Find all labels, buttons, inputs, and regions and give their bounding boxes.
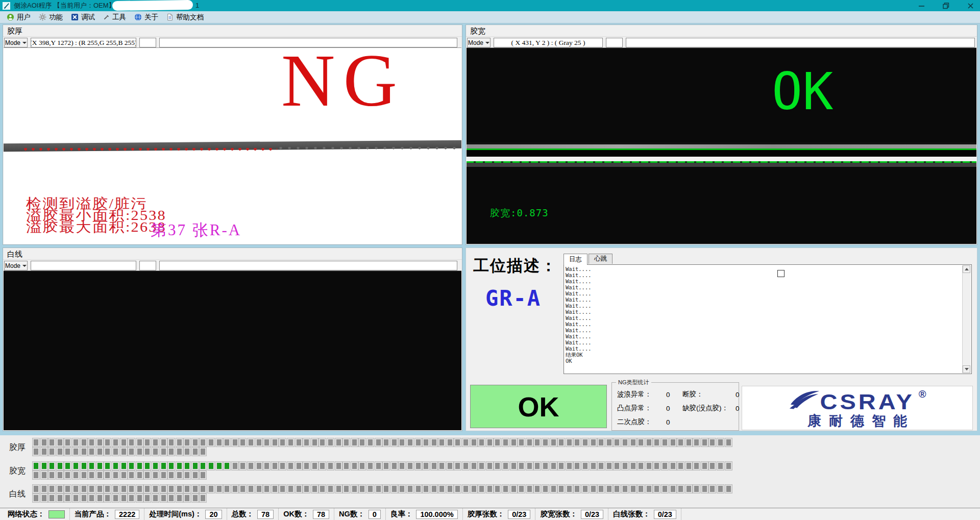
indicator-square xyxy=(423,485,429,493)
frame-tag-text: 第37 张R-A xyxy=(151,219,241,241)
indicator-square xyxy=(407,485,413,493)
status-item: 良率：100.000% xyxy=(386,508,463,520)
indicator-square xyxy=(725,438,732,447)
indicator-square xyxy=(120,438,127,447)
glue-width-small-box xyxy=(606,38,623,47)
restore-button[interactable] xyxy=(940,1,951,10)
indicator-square xyxy=(709,462,716,470)
indicator-square xyxy=(662,485,668,493)
brand-card: CSRAY ® 康耐德智能 xyxy=(742,386,973,430)
indicator-square xyxy=(120,462,127,470)
indicator-group-label: 白线 xyxy=(9,489,26,500)
menu-item-func[interactable]: 功能 xyxy=(36,12,68,23)
status-item: 白线张数：0/23 xyxy=(608,508,681,520)
indicator-square xyxy=(614,485,620,493)
indicator-square xyxy=(81,448,87,456)
indicator-square xyxy=(128,494,135,502)
menu-item-tools[interactable]: 工具 xyxy=(101,12,132,23)
indicator-square xyxy=(33,438,39,447)
station-name: GR-A xyxy=(485,286,541,311)
indicator-square xyxy=(168,494,175,502)
indicator-square xyxy=(327,485,334,493)
minimize-button[interactable] xyxy=(916,1,927,10)
indicator-square xyxy=(638,462,644,470)
indicator-square xyxy=(224,462,230,470)
indicator-square xyxy=(383,485,389,493)
indicator-square xyxy=(112,485,119,493)
indicator-square xyxy=(438,462,445,470)
glue-thickness-mode-dropdown[interactable]: Mode xyxy=(4,38,28,47)
indicator-square xyxy=(136,448,143,456)
ng-stat-label: 断胶： xyxy=(682,390,736,399)
indicator-square xyxy=(160,485,167,493)
indicator-square xyxy=(128,485,135,493)
indicator-square xyxy=(375,462,382,470)
menu-item-debug[interactable]: 调试 xyxy=(68,12,101,23)
indicator-square xyxy=(447,462,453,470)
indicator-square xyxy=(88,485,95,493)
indicator-square xyxy=(471,462,477,470)
indicator-square xyxy=(72,448,79,456)
indicator-square xyxy=(96,462,103,470)
indicator-square xyxy=(96,494,103,502)
glue-width-image[interactable]: OK 胶宽:0.873 xyxy=(467,47,976,244)
indicator-square xyxy=(646,462,652,470)
menu-item-about[interactable]: 关于 xyxy=(132,12,164,23)
menu-item-label: 帮助文档 xyxy=(176,13,204,22)
scroll-down-button[interactable] xyxy=(963,365,970,373)
glue-width-coord-readout: ( X 431, Y 2 ) : ( Gray 25 ) xyxy=(494,38,603,47)
indicator-square xyxy=(478,485,485,493)
white-line-mode-dropdown[interactable]: Mode xyxy=(4,261,28,270)
scroll-up-button[interactable] xyxy=(963,265,970,273)
user-icon xyxy=(7,13,14,21)
indicator-square xyxy=(128,438,135,447)
indicator-square xyxy=(144,448,151,456)
indicator-square xyxy=(303,462,310,470)
glue-width-mode-dropdown[interactable]: Mode xyxy=(467,38,491,47)
panel-glue-width-title: 胶宽 xyxy=(466,25,977,37)
log-panel[interactable]: Wait....Wait....Wait....Wait....Wait....… xyxy=(564,264,972,374)
indicator-square xyxy=(590,438,597,447)
indicator-square xyxy=(160,438,167,447)
log-tabs: 日志心跳 xyxy=(564,254,614,265)
indicator-square xyxy=(534,485,541,493)
status-item: NG数：0 xyxy=(334,508,386,520)
glue-thickness-image[interactable]: NG 检测到溢胶/脏污 溢胶最小面积:2538 溢胶最大面积:2638 第37 … xyxy=(4,47,461,244)
menu-item-help[interactable]: 帮助文档 xyxy=(164,12,209,23)
indicator-square xyxy=(239,485,246,493)
panel-station: 工位描述： GR-A 日志心跳 Wait....Wait....Wait....… xyxy=(465,247,977,431)
indicator-square xyxy=(128,471,135,479)
indicator-square xyxy=(200,471,206,479)
close-button[interactable] xyxy=(965,1,976,10)
indicator-square xyxy=(216,485,223,493)
gear-icon xyxy=(39,13,46,21)
log-checkbox[interactable] xyxy=(777,270,785,277)
indicator-square xyxy=(184,448,190,456)
glue-line-image xyxy=(467,142,976,167)
indicator-square xyxy=(454,438,461,447)
log-tab-日志[interactable]: 日志 xyxy=(564,254,587,265)
indicator-square xyxy=(81,485,87,493)
menu-item-user[interactable]: 用户 xyxy=(4,12,36,23)
indicator-row xyxy=(33,471,206,479)
log-tab-心跳[interactable]: 心跳 xyxy=(589,254,612,264)
panel-glue-width: 胶宽 Mode ( X 431, Y 2 ) : ( Gray 25 ) OK … xyxy=(465,24,977,245)
arrow-down-icon xyxy=(965,368,969,370)
log-scrollbar[interactable] xyxy=(962,265,971,373)
result-ok-button[interactable]: OK xyxy=(470,385,607,428)
status-item-label: 胶宽张数： xyxy=(540,509,577,519)
indicator-square xyxy=(120,494,127,502)
indicator-square xyxy=(534,438,541,447)
indicator-square xyxy=(566,438,573,447)
indicator-square xyxy=(224,438,230,447)
indicator-square xyxy=(81,471,87,479)
defect-report-text: 检测到溢胶/脏污 溢胶最小面积:2538 溢胶最大面积:2638 xyxy=(26,198,166,233)
white-line-image[interactable] xyxy=(4,270,461,430)
indicator-row xyxy=(33,494,206,502)
indicator-square xyxy=(415,462,422,470)
ng-stats-grid: 波浪异常：0断胶：0凸点异常：0缺胶(没点胶)：0二次点胶：0 xyxy=(617,390,744,427)
indicator-square xyxy=(454,462,461,470)
indicator-square xyxy=(168,438,175,447)
indicator-square xyxy=(717,438,724,447)
indicator-square xyxy=(677,485,684,493)
